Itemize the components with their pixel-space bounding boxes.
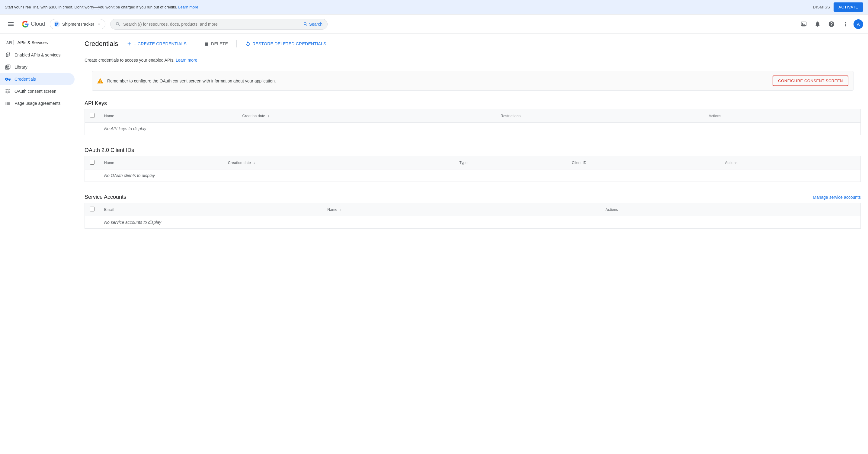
sidebar-item-oauth-label: OAuth consent screen [14,89,57,94]
api-keys-table: Name Creation date ↓ Restrictions Action… [85,109,861,135]
api-keys-select-all[interactable] [90,113,94,118]
service-accounts-empty-row: No service accounts to display [85,216,861,229]
help-button[interactable] [826,19,837,30]
delete-button[interactable]: DELETE [200,39,231,49]
banner-text: Start your Free Trial with $300 in credi… [5,5,198,9]
search-input[interactable] [123,22,301,27]
project-selector[interactable]: ShipmentTracker [50,19,105,29]
service-accounts-table: Email Name ↑ Actions No service accounts… [85,203,861,229]
api-keys-col-name: Name [99,109,238,123]
service-accounts-select-all[interactable] [90,207,94,211]
sidebar-item-page-usage-label: Page usage agreements [14,101,61,106]
consent-message: Remember to configure the OAuth consent … [107,79,276,83]
sidebar-header: API APIs & Services [0,36,77,49]
dropdown-icon [97,22,101,27]
hamburger-icon [7,21,14,28]
oauth-col-creation: Creation date ↓ [223,156,455,170]
oauth-col-type: Type [455,156,567,170]
add-icon [126,41,132,47]
more-icon [842,21,849,28]
divider [195,40,195,48]
notifications-icon [814,21,821,28]
project-icon [54,21,60,27]
sidebar-item-library[interactable]: Library [0,61,74,73]
page-title: Credentials [85,40,118,48]
sidebar-item-page-usage[interactable]: Page usage agreements [0,97,74,109]
sidebar-item-credentials-label: Credentials [14,77,36,82]
search-bar: Search [110,19,328,30]
library-icon [5,64,11,70]
dismiss-button[interactable]: DISMISS [813,5,830,9]
sidebar-item-enabled-label: Enabled APIs & services [14,53,61,57]
manage-service-accounts-link[interactable]: Manage service accounts [813,195,861,200]
sa-col-actions: Actions [601,203,861,216]
banner-actions: DISMISS ACTIVATE [813,2,863,12]
search-button[interactable]: Search [303,22,322,27]
oauth-icon [5,88,11,94]
cloud-text: Cloud [31,21,45,27]
api-keys-col-creation: Creation date ↓ [238,109,496,123]
search-btn-icon [303,22,308,27]
api-keys-empty-row: No API keys to display [85,123,861,135]
sidebar-item-oauth[interactable]: OAuth consent screen [0,85,74,97]
service-accounts-empty-message: No service accounts to display [99,216,861,229]
sidebar-service-name: APIs & Services [18,40,48,45]
google-cloud-logo[interactable]: Cloud [22,21,45,28]
cloudshell-icon [800,21,807,28]
sidebar-item-credentials[interactable]: Credentials [0,73,74,85]
search-icon [115,22,121,27]
enabled-apis-icon [5,52,11,58]
activate-button[interactable]: ACTIVATE [834,2,863,12]
page-usage-icon [5,100,11,106]
oauth-col-name: Name [99,156,223,170]
api-keys-col-restrictions: Restrictions [496,109,704,123]
api-keys-col-actions: Actions [704,109,861,123]
service-accounts-title: Service Accounts [85,194,126,200]
restore-credentials-button[interactable]: RESTORE DELETED CREDENTIALS [242,39,330,49]
user-avatar[interactable]: A [854,19,863,29]
menu-button[interactable] [5,18,17,30]
sort-down-icon: ↓ [268,114,269,118]
oauth-sort-icon: ↓ [253,161,255,165]
sa-sort-icon: ↑ [340,208,341,212]
consent-banner-content: Remember to configure the OAuth consent … [97,77,276,85]
oauth-col-client-id: Client ID [567,156,720,170]
main-content: Credentials + CREATE CREDENTIALS DELETE [77,34,868,454]
sidebar: API APIs & Services Enabled APIs & servi… [0,34,77,454]
page-description: Create credentials to access your enable… [85,54,861,66]
cloudshell-button[interactable] [798,19,809,30]
oauth-empty-message: No OAuth clients to display [99,170,861,182]
restore-icon [245,41,251,47]
oauth-select-all[interactable] [90,160,94,164]
api-badge: API [5,40,14,45]
oauth-title: OAuth 2.0 Client IDs [85,142,861,156]
banner-learn-more-link[interactable]: Learn more [178,5,198,9]
project-name: ShipmentTracker [62,22,94,27]
sa-col-email: Email [99,203,322,216]
create-credentials-button[interactable]: + CREATE CREDENTIALS [123,39,190,49]
credentials-icon [5,76,11,82]
api-keys-empty-message: No API keys to display [99,123,861,135]
more-options-button[interactable] [840,19,851,30]
service-accounts-header: Service Accounts Manage service accounts [85,189,861,203]
oauth-col-actions: Actions [720,156,861,170]
page-action-bar: + CREATE CREDENTIALS DELETE RESTORE DELE… [123,39,330,49]
delete-icon [204,41,209,47]
notifications-button[interactable] [812,19,823,30]
sa-col-name: Name ↑ [322,203,600,216]
consent-banner: Remember to configure the OAuth consent … [92,71,854,91]
oauth-table: Name Creation date ↓ Type Client ID Acti… [85,156,861,182]
content-area: Create credentials to access your enable… [77,54,868,229]
warning-icon [97,77,103,85]
help-icon [828,21,835,28]
learn-more-link[interactable]: Learn more [176,58,197,63]
sidebar-item-library-label: Library [14,65,28,69]
top-banner: Start your Free Trial with $300 in credi… [0,0,868,14]
app-layout: API APIs & Services Enabled APIs & servi… [0,34,868,454]
configure-consent-button[interactable]: CONFIGURE CONSENT SCREEN [773,75,848,86]
page-header: Credentials + CREATE CREDENTIALS DELETE [77,34,868,54]
app-header: Cloud ShipmentTracker Search [0,14,868,34]
google-logo-icon [22,21,29,28]
sidebar-item-enabled[interactable]: Enabled APIs & services [0,49,74,61]
header-icon-actions: A [798,19,863,30]
